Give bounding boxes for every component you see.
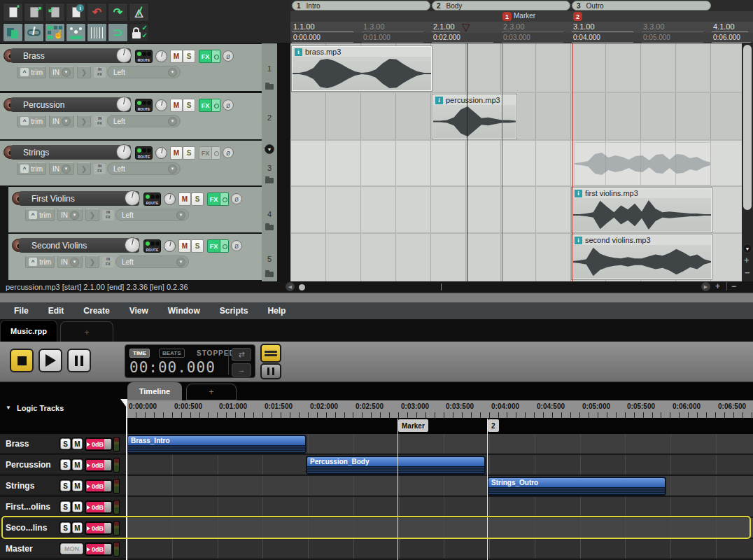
input-button[interactable]: IN▼ [57,209,83,221]
solo-button[interactable]: S [60,438,71,449]
channel-button[interactable]: ❯ [85,255,99,268]
phase-button[interactable]: ø [223,99,234,111]
arrange-view[interactable]: ibrass.mp3 ipercussion.mp3 ifirst violin… [290,43,742,281]
timeline-marker-band[interactable]: Marker 2 [0,419,753,434]
volume-fader[interactable]: 0dB [85,522,112,534]
marker-2-line[interactable] [572,43,573,281]
channel-button[interactable]: ❯ [85,209,99,221]
beats-mode-button[interactable]: BEATS [159,349,185,358]
input-fx-tag[interactable]: INFX [94,164,106,174]
zoom-out-button[interactable]: − [745,267,750,278]
fx-power-button[interactable] [212,50,220,63]
edit-cursor-line[interactable] [467,43,467,281]
pan-knob[interactable] [155,50,167,62]
edit-cursor-handle[interactable]: ▽ [462,21,470,34]
volume-knob[interactable] [116,48,132,63]
input-fx-tag[interactable]: INFX [94,67,106,78]
trim-envelope-button[interactable]: ^trim [17,66,46,78]
media-item-brass[interactable]: ibrass.mp3 [292,46,432,91]
mute-button[interactable]: M [170,99,183,112]
snap-icon[interactable]: ⊃ [108,23,128,42]
mute-button[interactable]: M [72,438,83,449]
marker-line-2[interactable] [487,419,488,560]
track-name[interactable]: Second Violins [31,241,87,251]
menu-edit[interactable]: Edit [38,306,74,316]
channel-select[interactable]: Left▼ [107,115,181,127]
pan-knob[interactable] [164,240,176,252]
hzoom-in-button[interactable]: + [715,281,720,291]
input-button[interactable]: IN▼ [49,115,74,127]
volume-knob[interactable] [125,237,140,253]
repeat-button[interactable]: ⇄ [232,348,251,361]
tab-timeline[interactable]: Timeline [127,382,182,400]
phase-button[interactable]: ø [231,193,242,204]
track-header-master[interactable]: Master MON 0dB [0,539,126,559]
track-header-first-violins[interactable]: First...olins S M 0dB [0,497,126,517]
folder-icon[interactable] [265,225,274,230]
volume-knob[interactable] [125,190,140,206]
folder-icon[interactable] [265,272,274,277]
mute-button[interactable]: M [72,459,83,470]
volume-fader[interactable]: 0dB [85,543,112,555]
marker-row[interactable]: 1 Marker 2 [290,11,753,22]
media-item-strings[interactable] [574,142,711,186]
scroll-down-button[interactable]: ▼ [743,244,752,253]
move-items-icon[interactable] [3,23,23,42]
volume-fader[interactable]: 0dB [85,501,112,513]
mute-button[interactable]: M [170,50,183,63]
tab-music-rpp[interactable]: Music.rpp [0,320,57,342]
menu-help[interactable]: Help [258,306,295,316]
fx-button[interactable]: FX [207,239,220,253]
route-button[interactable]: ROUTE [135,146,153,160]
fx-power-button[interactable] [220,239,229,253]
lane-second-violins[interactable] [127,518,753,538]
menu-scripts[interactable]: Scripts [210,306,258,316]
region-outro[interactable]: 3Outro [572,1,711,10]
tcp-scroll-down-button[interactable]: ▼ [265,144,274,154]
mute-button[interactable]: M [72,522,83,533]
clip-strings-outro[interactable]: Strings_Outro [487,477,666,496]
timeline-marker-2[interactable]: 2 [488,419,499,432]
trim-envelope-button[interactable]: ^trim [25,209,55,221]
solo-button[interactable]: S [183,99,195,112]
clip-brass-intro[interactable]: Brass_Intro [127,435,307,454]
track-header-percussion[interactable]: Percussion S M 0dB [0,455,126,475]
solo-button[interactable]: S [60,459,71,470]
marker-2-badge[interactable]: 2 [573,12,582,21]
region-body[interactable]: 2Body [432,1,570,10]
stop-button[interactable] [10,349,34,372]
input-button[interactable]: IN▼ [49,66,74,78]
fx-button[interactable]: FX [199,146,212,160]
add-project-tab[interactable]: + [60,321,113,342]
mute-button[interactable]: M [178,192,191,206]
channel-button[interactable]: ❯ [77,115,91,127]
item-grouping-icon[interactable]: ☝ [45,23,65,42]
item-info-icon[interactable]: i [575,190,582,197]
chevron-down-icon[interactable]: ▼ [70,258,79,267]
trim-envelope-button[interactable]: ^trim [17,162,46,175]
menu-file[interactable]: File [4,306,38,316]
channel-button[interactable]: ❯ [77,162,91,175]
route-button[interactable]: ROUTE [135,99,153,112]
metronome-icon[interactable]: △ [129,3,149,22]
chevron-down-icon[interactable]: ▼ [168,164,177,174]
trim-envelope-button[interactable]: ^trim [17,115,46,127]
volume-fader[interactable]: 0dB [85,459,112,471]
play-button[interactable] [38,349,62,372]
track-name[interactable]: Percussion [23,100,64,110]
channel-select[interactable]: Left▼ [107,66,181,78]
timeline-marker-1[interactable]: Marker [398,419,428,432]
fx-button[interactable]: FX [207,192,220,206]
solo-button[interactable]: S [183,50,195,63]
chevron-down-icon[interactable]: ▼ [62,164,71,174]
mute-button[interactable]: M [170,146,183,160]
track-name[interactable]: First Violins [31,194,75,204]
channel-button[interactable]: ❯ [77,66,91,78]
channel-select[interactable]: Left▼ [107,162,181,175]
solo-button[interactable]: S [191,239,204,253]
volume-fader[interactable]: 0dB [85,480,112,492]
phase-button[interactable]: ø [231,240,242,251]
media-item-percussion[interactable]: ipercussion.mp3 [432,94,516,139]
track-header-second-violins[interactable]: Seco...lins S M 0dB [0,518,126,538]
project-info-icon[interactable]: i [66,3,86,22]
